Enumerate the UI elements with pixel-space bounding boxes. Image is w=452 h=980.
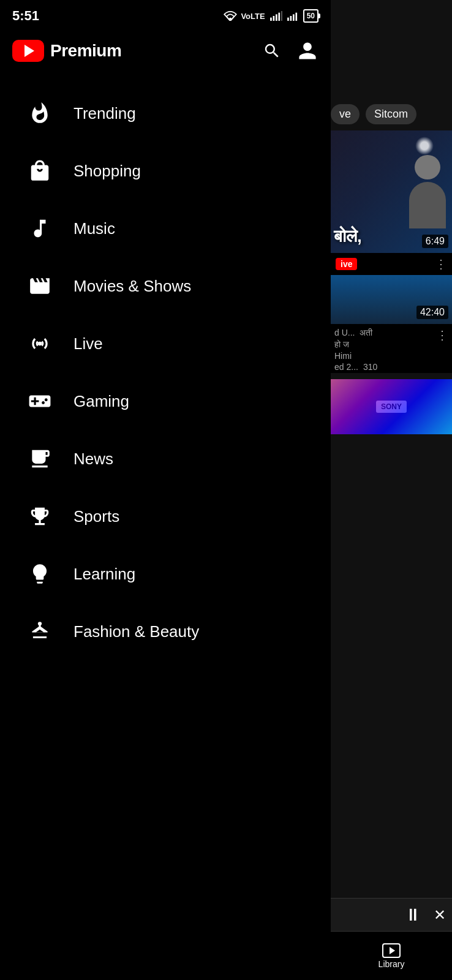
live-chip: ive xyxy=(336,258,357,270)
video-subtitle-1c: हो ज xyxy=(334,339,349,350)
fashion-beauty-label: Fashion & Beauty xyxy=(73,622,199,641)
right-panel: ve Sitcom बोले, 6:49 ive ⋮ 42:40 xyxy=(331,0,452,980)
wifi-icon xyxy=(224,11,237,21)
video-thumb-2[interactable]: 42:40 xyxy=(331,275,452,324)
learning-icon xyxy=(24,559,55,589)
video-date: ed 2... xyxy=(334,362,358,372)
fashion-icon xyxy=(24,616,55,647)
svg-rect-0 xyxy=(270,18,272,21)
video-channel-name: Himi xyxy=(334,351,352,361)
video-title-1a: d U... xyxy=(334,328,355,338)
trending-label: Trending xyxy=(73,104,136,123)
sidebar-item-news[interactable]: News xyxy=(6,430,331,488)
trending-icon xyxy=(24,98,55,129)
video-title-1b: अती xyxy=(360,328,372,338)
app-header: Premium xyxy=(0,29,331,78)
video-stats-row: ed 2... 310 xyxy=(334,362,377,372)
chip-sitcom[interactable]: Sitcom xyxy=(366,104,416,124)
svg-rect-7 xyxy=(293,14,295,21)
music-icon xyxy=(24,213,55,244)
sidebar-item-movies-shows[interactable]: Movies & Shows xyxy=(6,257,331,315)
live-icon xyxy=(24,328,55,359)
video-thumb-1[interactable]: बोले, 6:49 xyxy=(331,130,452,253)
video-info-row: d U... अती हो ज Himi ed 2... 310 ⋮ xyxy=(331,324,452,373)
shopping-label: Shopping xyxy=(73,162,141,181)
sports-icon xyxy=(24,501,55,532)
svg-point-9 xyxy=(38,342,42,345)
sidebar-item-shopping[interactable]: Shopping xyxy=(6,142,331,200)
play-icon xyxy=(390,947,395,954)
chip-ve[interactable]: ve xyxy=(331,104,360,124)
profile-button[interactable] xyxy=(296,40,318,62)
live-row: ive ⋮ xyxy=(331,253,452,275)
video-subtitle-row: हो ज xyxy=(334,339,377,350)
mini-player: ⏸ ✕ xyxy=(331,898,452,931)
signal-icon-2 xyxy=(286,11,299,21)
svg-rect-8 xyxy=(295,13,297,21)
navigation-drawer: 5:51 VoLTE xyxy=(0,0,331,980)
sidebar-item-fashion-beauty[interactable]: Fashion & Beauty xyxy=(6,603,331,660)
sidebar-item-gaming[interactable]: Gaming xyxy=(6,372,331,430)
profile-icon xyxy=(297,40,318,61)
video-overlay-text-1: बोले, xyxy=(334,227,362,247)
light-spot xyxy=(415,137,434,155)
video-title-row: d U... अती xyxy=(334,328,377,338)
search-button[interactable] xyxy=(261,40,283,62)
sidebar-item-live[interactable]: Live xyxy=(6,315,331,372)
music-label: Music xyxy=(73,219,115,238)
status-time: 5:51 xyxy=(12,8,39,24)
video-channel-row: Himi xyxy=(334,351,377,361)
library-label: Library xyxy=(379,959,405,969)
youtube-logo[interactable] xyxy=(12,40,44,62)
sidebar-item-trending[interactable]: Trending xyxy=(6,85,331,142)
gaming-icon xyxy=(24,386,55,417)
nav-list: Trending Shopping Music xyxy=(0,85,331,660)
svg-rect-1 xyxy=(273,16,274,21)
video-views: 310 xyxy=(363,362,377,372)
thumbnail-image-1: बोले, 6:49 xyxy=(331,130,452,253)
more-options-1[interactable]: ⋮ xyxy=(435,257,447,271)
svg-rect-4 xyxy=(281,11,282,21)
battery-level: 50 xyxy=(307,12,315,20)
svg-rect-2 xyxy=(276,14,277,21)
news-icon xyxy=(24,443,55,474)
filter-chips: ve Sitcom xyxy=(331,0,452,130)
header-actions xyxy=(261,40,318,62)
duration-badge-2: 42:40 xyxy=(416,306,448,319)
movies-icon xyxy=(24,271,55,301)
live-label: Live xyxy=(73,334,103,353)
app-title: Premium xyxy=(50,41,121,61)
more-options-2[interactable]: ⋮ xyxy=(436,328,448,342)
close-button[interactable]: ✕ xyxy=(434,907,446,924)
pause-button[interactable]: ⏸ xyxy=(404,905,421,925)
movies-shows-label: Movies & Shows xyxy=(73,277,191,296)
battery-indicator: 50 xyxy=(303,9,318,23)
play-triangle-icon xyxy=(24,45,34,57)
duration-badge-1: 6:49 xyxy=(422,235,448,248)
sony-thumb[interactable]: SONY xyxy=(331,379,452,434)
library-icon xyxy=(382,943,401,958)
sony-gradient xyxy=(331,379,452,434)
status-icons: VoLTE 50 xyxy=(224,9,318,23)
shopping-icon xyxy=(24,156,55,186)
person-silhouette xyxy=(406,155,449,228)
learning-label: Learning xyxy=(73,565,135,584)
signal-icon-1 xyxy=(269,11,282,21)
logo-area: Premium xyxy=(12,40,121,62)
bottom-navigation: Library xyxy=(331,931,452,980)
sidebar-item-sports[interactable]: Sports xyxy=(6,488,331,545)
gaming-label: Gaming xyxy=(73,392,129,411)
search-icon xyxy=(263,42,281,60)
news-label: News xyxy=(73,450,113,469)
sidebar-item-music[interactable]: Music xyxy=(6,200,331,257)
thumbnail-image-2: 42:40 xyxy=(331,275,452,324)
status-bar: 5:51 VoLTE xyxy=(0,0,331,29)
svg-rect-6 xyxy=(290,16,292,21)
vo-lte-text: VoLTE xyxy=(241,12,265,21)
sidebar-item-learning[interactable]: Learning xyxy=(6,545,331,603)
sports-label: Sports xyxy=(73,507,119,526)
svg-rect-3 xyxy=(278,13,280,21)
video-text-group: d U... अती हो ज Himi ed 2... 310 xyxy=(334,328,377,372)
svg-rect-5 xyxy=(287,18,289,21)
